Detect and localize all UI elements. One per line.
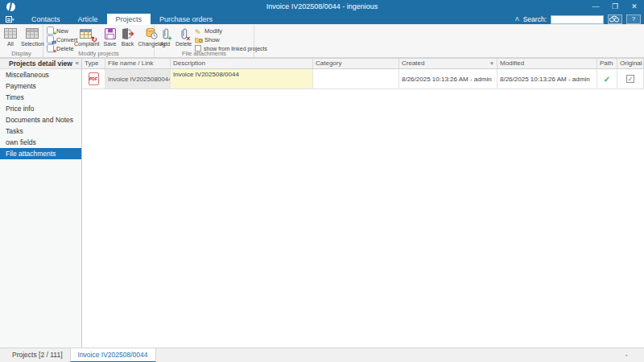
back-button-label: Back	[122, 41, 134, 47]
maximize-button[interactable]: ❐	[605, 0, 625, 14]
all-button[interactable]: All	[2, 27, 19, 47]
plus-icon: +	[167, 36, 171, 42]
cell-category[interactable]	[313, 69, 399, 89]
ribbon-tab-row: ▾ Contacts Article Projects Purchase ord…	[0, 14, 644, 25]
cell-original[interactable]: ✓	[617, 69, 644, 89]
all-button-label: All	[7, 41, 14, 47]
refresh-arrow-icon: ↻	[91, 37, 97, 43]
table-header-row: Type File name / Link Description Catego…	[82, 59, 644, 69]
column-header-type[interactable]: Type	[82, 59, 105, 69]
folder-search-icon	[195, 36, 203, 43]
group-label-display: Display	[0, 50, 43, 57]
tab-purchase-orders[interactable]: Purchase orders	[151, 14, 221, 25]
selection-button[interactable]: Selection	[19, 27, 46, 47]
new-button-label: New	[56, 27, 68, 35]
sidebar-item-file-attachments[interactable]: File attachments	[0, 148, 81, 159]
app-menu-icon	[6, 16, 12, 23]
minimize-button[interactable]: —	[586, 0, 605, 14]
show-attachment-button[interactable]: Show	[195, 35, 267, 43]
column-header-original[interactable]: Original	[617, 59, 644, 69]
x-icon: ×	[186, 36, 190, 42]
grid-selection-icon	[26, 28, 39, 39]
sidebar-item-times[interactable]: Times	[0, 92, 81, 103]
back-button[interactable]: Back	[119, 27, 137, 47]
cell-description[interactable]: Invoice IV202508/0044	[171, 69, 313, 89]
file-attachments-table: Type File name / Link Description Catego…	[82, 58, 644, 348]
help-button[interactable]: ?	[626, 14, 641, 24]
cell-type: PDF	[82, 69, 105, 89]
ribbon-group-file-attachments: + Add × Delete ✎ Modify Show	[155, 25, 254, 57]
ribbon-group-modify-projects: + New ⇄ Convert × Delete ↻ Complaint	[43, 25, 155, 57]
tab-article[interactable]: Article	[69, 14, 107, 25]
column-header-path[interactable]: Path	[597, 59, 617, 69]
sidebar-item-documents-and-notes[interactable]: Documents and Notes	[0, 114, 81, 125]
ribbon-group-display: All Selection Display	[0, 25, 43, 57]
sidebar-item-own-fields[interactable]: own fields	[0, 137, 81, 148]
cell-file-name[interactable]: Invoice IV2025080044_202508...	[105, 69, 171, 89]
sidebar-item-tasks[interactable]: Tasks	[0, 125, 81, 137]
column-header-description[interactable]: Description	[171, 59, 313, 69]
delete-attachment-button[interactable]: × Delete	[174, 27, 193, 47]
app-window: Invoice IV202508/0044 - ingenious — ❐ ✕ …	[0, 0, 644, 362]
add-attachment-button[interactable]: + Add	[156, 27, 174, 47]
sidebar-item-payments[interactable]: Payments	[0, 80, 81, 92]
column-header-created[interactable]: Created▼	[399, 59, 497, 69]
pdf-file-icon: PDF	[89, 72, 99, 85]
column-header-category[interactable]: Category	[313, 59, 399, 69]
close-button[interactable]: ✕	[625, 0, 644, 14]
column-header-modified[interactable]: Modified	[497, 59, 597, 69]
cell-created: 8/26/2025 10:13:26 AM - admin	[399, 69, 497, 89]
doc-tab-invoice[interactable]: Invoice IV202508/0044	[70, 348, 156, 362]
save-floppy-icon	[105, 28, 116, 39]
modify-attachment-label: Modify	[204, 27, 222, 35]
app-menu-button[interactable]: ▾	[6, 15, 19, 23]
grid-all-icon	[4, 28, 17, 39]
selection-button-label: Selection	[21, 41, 44, 47]
collapse-ribbon-icon[interactable]: ᐱ	[515, 16, 519, 23]
cell-modified: 8/26/2025 10:13:26 AM - admin	[497, 69, 597, 89]
doc-tab-projects[interactable]: Projects [2 / 111]	[5, 348, 70, 362]
search-label: Search:	[523, 15, 547, 23]
tab-projects[interactable]: Projects	[107, 14, 151, 25]
complaint-button[interactable]: ↻ Complaint	[72, 27, 101, 47]
find-binoculars-button[interactable]	[608, 14, 622, 24]
table-row[interactable]: PDF Invoice IV2025080044_202508... Invoi…	[82, 69, 644, 89]
tab-scroll-handle-icon[interactable]: ▪	[625, 353, 631, 357]
chevron-down-icon: ▾	[12, 17, 14, 22]
collapse-sidebar-icon[interactable]: «	[76, 59, 79, 68]
titlebar: Invoice IV202508/0044 - ingenious — ❐ ✕	[0, 0, 644, 14]
path-check-icon: ✓	[604, 75, 610, 84]
tab-contacts[interactable]: Contacts	[23, 14, 69, 25]
sort-descending-icon: ▼	[489, 59, 494, 68]
cell-path: ✓	[597, 69, 617, 89]
save-button[interactable]: Save	[101, 27, 119, 47]
window-title: Invoice IV202508/0044 - ingenious	[0, 0, 644, 14]
save-button-label: Save	[104, 41, 117, 47]
ribbon: All Selection Display + New ⇄ Convert	[0, 25, 644, 58]
sidebar-header: Projects detail view «	[0, 59, 81, 69]
original-checkbox-icon[interactable]: ✓	[626, 75, 634, 83]
sidebar-item-miscellaneous[interactable]: Miscellaneous	[0, 69, 81, 80]
search-input[interactable]	[551, 15, 604, 24]
show-attachment-label: Show	[204, 36, 220, 43]
statusbar: Projects [2 / 111] Invoice IV202508/0044…	[0, 348, 644, 362]
modify-attachment-button[interactable]: ✎ Modify	[195, 27, 267, 35]
group-label-file-attachments: File attachments	[155, 50, 254, 57]
group-label-modify-projects: Modify projects	[43, 50, 154, 57]
back-door-icon	[122, 28, 134, 39]
binoculars-icon	[609, 15, 620, 23]
sidebar-header-label: Projects detail view	[9, 60, 72, 68]
sidebar-projects-detail-view: Projects detail view « Miscellaneous Pay…	[0, 58, 82, 348]
pencil-icon: ✎	[195, 28, 201, 36]
sidebar-item-price-info[interactable]: Price info	[0, 103, 81, 114]
column-header-file-name[interactable]: File name / Link	[105, 59, 171, 69]
